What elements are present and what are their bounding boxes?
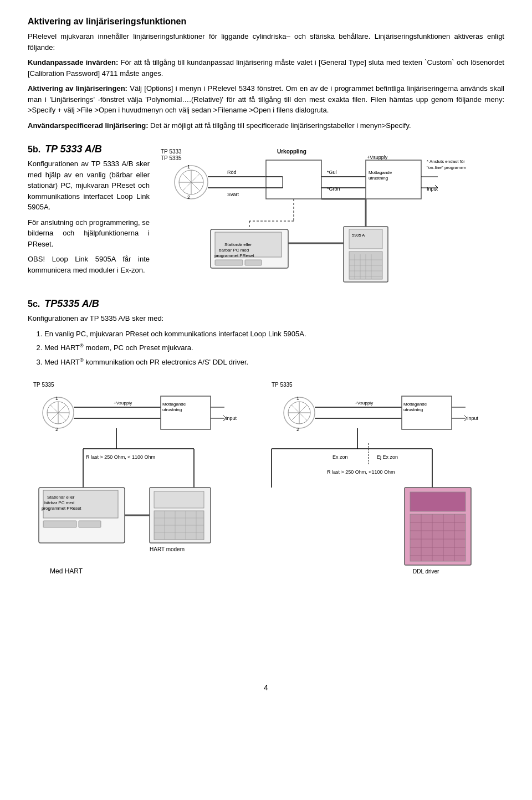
list-item-1: En vanlig PC, mjukvaran PReset och kommu… bbox=[44, 329, 504, 340]
kb-l2-right bbox=[79, 521, 101, 527]
tp5335-diagrams-section: TP 5335 1 2 +Vsupply Mottagande utrustni… bbox=[28, 377, 504, 666]
section-5c-list: En vanlig PC, mjukvaran PReset och kommu… bbox=[44, 329, 504, 368]
ddl-screen bbox=[410, 492, 466, 511]
mottagande-box-l2 bbox=[161, 396, 211, 429]
stationarPC-text2: bärbar PC med bbox=[219, 248, 249, 253]
vsupply-label: +Vsupply bbox=[367, 155, 388, 160]
pc-l2-text2: bärbar PC med bbox=[44, 500, 74, 505]
tp5335-right-label: TP 5335 bbox=[272, 382, 293, 388]
page-title: Aktivering av linjäriseringsfunktionen bbox=[28, 17, 504, 27]
med-hart-label: Med HART bbox=[50, 567, 83, 575]
rlast-r: R last > 250 Ohm, <1100 Ohm bbox=[327, 469, 395, 475]
vsupply-l2: +Vsupply bbox=[114, 401, 132, 406]
stationarPC-text1: Stationär eller bbox=[224, 242, 252, 247]
stationarPC-text3: programmet PReset bbox=[214, 253, 254, 258]
section-5c: 5c. TP5335 A/B Konfigurationen av TP 533… bbox=[28, 298, 504, 368]
mottagande-l2: Mottagande bbox=[162, 402, 186, 407]
online-text: "on-line" programmering bbox=[427, 165, 466, 170]
kundanpassade-paragraph: Kundanpassade invärden: För att få tillg… bbox=[28, 57, 504, 79]
ejexzon-label: Ej Ex zon bbox=[377, 454, 398, 460]
utrustning-text: utrustning bbox=[369, 176, 388, 181]
keyboard-left bbox=[215, 260, 243, 265]
aktivering-paragraph: Aktivering av linjäriseringen: Välj [Opt… bbox=[28, 83, 504, 116]
list-item-2: Med HART® modem, PC och Preset mjukvara. bbox=[44, 342, 504, 353]
rod-label: Röd bbox=[227, 170, 237, 175]
intro-paragraph: PRelevel mjukvaran innehåller linjäriser… bbox=[28, 31, 504, 53]
kb-l2-left bbox=[43, 521, 76, 527]
section-5b-title: TP 5333 A/B bbox=[45, 143, 102, 155]
gul-label: *Gul bbox=[327, 170, 337, 175]
section-5b-text2: För anslutning och programmering, se bil… bbox=[28, 217, 150, 250]
pin2-l2: 2 bbox=[55, 427, 58, 432]
input-r: Input bbox=[467, 416, 479, 421]
tp5335-left-label: TP 5335 bbox=[33, 382, 54, 388]
mottagande-text: Mottagande bbox=[369, 170, 392, 175]
mottagande-r: Mottagande bbox=[403, 402, 427, 407]
ansluts-text: * Ansluts endast för bbox=[427, 159, 465, 164]
exzon-label: Ex zon bbox=[332, 454, 348, 460]
section-5b-text3: OBS! Loop Link 5905A får inte kommunicer… bbox=[28, 254, 150, 275]
urkoppling-box bbox=[266, 160, 321, 199]
input-l2: Input bbox=[226, 416, 237, 421]
pin2-label: 2 bbox=[187, 194, 190, 200]
tp5333-diagram: TP 5333 TP 5335 1 2 bbox=[155, 143, 504, 289]
section-5b-label: 5b. bbox=[28, 145, 40, 155]
section-5b: 5b. TP 5333 A/B Konfigurationen av TP 53… bbox=[28, 143, 504, 289]
section-5c-label: 5c. bbox=[28, 299, 40, 309]
rlast-l2: R last > 250 Ohm, < 1100 Ohm bbox=[86, 454, 155, 460]
urkoppling-label: Urkoppling bbox=[277, 148, 306, 155]
tp5335-label: TP 5335 bbox=[161, 155, 182, 161]
section-5c-intro: Konfigurationen av TP 5335 A/B sker med: bbox=[28, 313, 504, 324]
section-5b-text1: Konfigurationen av TP 5333 A/B sker med … bbox=[28, 158, 150, 213]
page-number: 4 bbox=[28, 683, 504, 692]
gron-label: *Grön bbox=[327, 186, 340, 192]
ddl-driver-label: DDL driver bbox=[413, 568, 439, 575]
tp5333-label: TP 5333 bbox=[161, 148, 182, 155]
pin1-r: 1 bbox=[296, 396, 299, 401]
vsupply-r: +Vsupply bbox=[355, 401, 373, 406]
section-5c-title: TP5335 A/B bbox=[44, 298, 99, 310]
utrustning-l2: utrustning bbox=[162, 407, 182, 412]
ddl-keypad bbox=[410, 514, 466, 561]
pc-l2-text3: programmet PReset bbox=[42, 506, 81, 511]
list-item-3: Med HART® kommunikation och PR electroni… bbox=[44, 357, 504, 368]
device-5905a-label: 5905 A bbox=[352, 233, 365, 238]
page-content: Aktivering av linjäriseringsfunktionen P… bbox=[28, 17, 504, 692]
keyboard-right bbox=[245, 260, 262, 265]
utrustning-r: utrustning bbox=[403, 407, 423, 412]
pc-l2-text1: Stationär eller bbox=[47, 495, 75, 500]
svart-label: Svart bbox=[227, 192, 239, 197]
pin1-l2: 1 bbox=[55, 396, 58, 401]
hart-modem-label: HART modem bbox=[150, 546, 185, 552]
hart-screen bbox=[154, 491, 204, 508]
anvandar-paragraph: Användarspecificerad linjärisering: Det … bbox=[28, 120, 504, 131]
pin2-r: 2 bbox=[296, 427, 299, 432]
pin1-label: 1 bbox=[187, 164, 190, 170]
mottagande-box-r bbox=[402, 396, 452, 429]
section-5b-text: 5b. TP 5333 A/B Konfigurationen av TP 53… bbox=[28, 143, 150, 280]
